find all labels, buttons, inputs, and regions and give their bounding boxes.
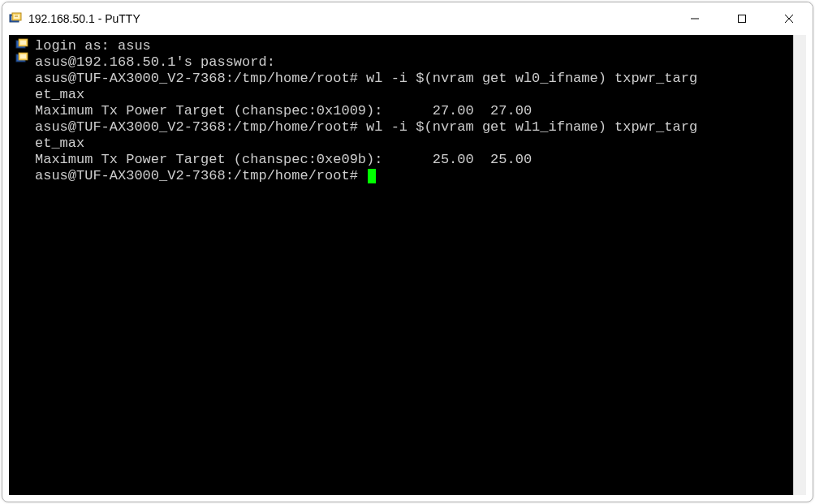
- terminal-line: et_max: [35, 136, 793, 152]
- terminal-content[interactable]: login as: asusasus@192.168.50.1's passwo…: [35, 35, 793, 495]
- putty-app-icon: [9, 12, 22, 25]
- terminal-line: login as: asus: [35, 38, 793, 54]
- window-title: 192.168.50.1 - PuTTY: [28, 12, 671, 25]
- maximize-button[interactable]: [718, 2, 765, 35]
- svg-rect-12: [20, 41, 26, 45]
- terminal-gutter: [9, 35, 35, 495]
- titlebar[interactable]: 192.168.50.1 - PuTTY: [2, 2, 813, 35]
- session-icon: [15, 52, 28, 65]
- minimize-button[interactable]: [671, 2, 718, 35]
- terminal-line: Maximum Tx Power Target (chanspec:0xe09b…: [35, 152, 793, 168]
- terminal-line: asus@TUF-AX3000_V2-7368:/tmp/home/root# …: [35, 119, 793, 136]
- maximize-icon: [737, 14, 747, 24]
- terminal-line: asus@192.168.50.1's password:: [35, 54, 793, 71]
- window-controls: [671, 2, 813, 35]
- terminal-line: asus@TUF-AX3000_V2-7368:/tmp/home/root#: [35, 168, 793, 184]
- close-button[interactable]: [765, 2, 813, 35]
- terminal-line: asus@TUF-AX3000_V2-7368:/tmp/home/root# …: [35, 71, 793, 87]
- svg-rect-7: [739, 15, 746, 23]
- terminal-cursor: [368, 169, 376, 183]
- putty-window: 192.168.50.1 - PuTTY: [2, 2, 813, 502]
- terminal-area[interactable]: login as: asusasus@192.168.50.1's passwo…: [9, 35, 806, 495]
- scrollbar[interactable]: [793, 35, 806, 495]
- minimize-icon: [690, 14, 700, 24]
- close-icon: [784, 14, 794, 24]
- session-icon: [15, 38, 28, 51]
- terminal-line: Maximum Tx Power Target (chanspec:0x1009…: [35, 103, 793, 119]
- svg-rect-15: [20, 54, 26, 58]
- terminal-line: et_max: [35, 87, 793, 103]
